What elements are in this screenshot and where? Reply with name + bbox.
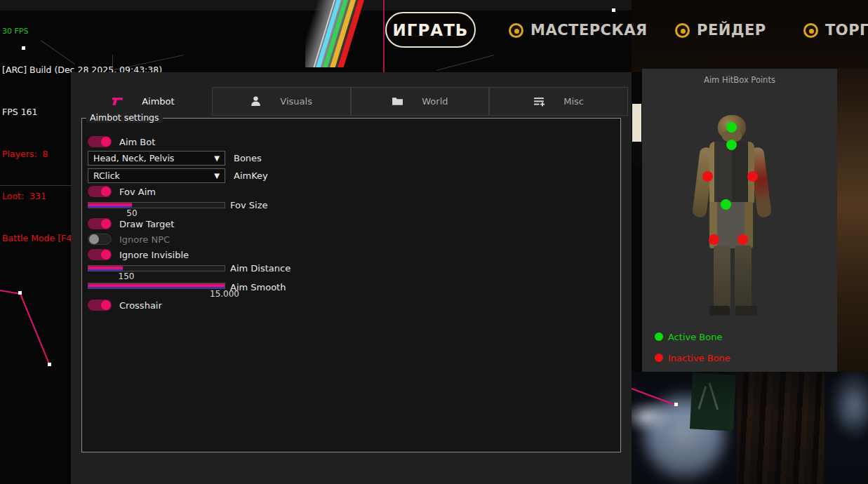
draw-target-row: Draw Target	[88, 217, 174, 230]
group-title: Aimbot settings	[86, 112, 163, 123]
toggle-knob	[101, 250, 111, 260]
menu-item-trade[interactable]: ТОРГО	[803, 20, 868, 40]
cheat-menu-panel: Aimbot Visuals World Misc	[71, 72, 632, 484]
ignore-npc-row: Ignore NPC	[88, 233, 170, 246]
ignore-npc-label: Ignore NPC	[119, 234, 170, 245]
fov-size-value: 50	[111, 208, 153, 218]
aim-bot-toggle[interactable]	[88, 136, 112, 147]
background-pillar-sliver	[632, 104, 641, 142]
person-icon	[250, 95, 262, 107]
tab-bar: Aimbot Visuals World Misc	[74, 87, 628, 116]
fov-aim-row: Fov Aim	[88, 185, 156, 198]
pistol-icon	[112, 95, 123, 107]
aim-bot-row: Aim Bot	[88, 135, 155, 148]
aimkey-dropdown-value: RClick	[93, 170, 120, 181]
esp-node	[612, 8, 615, 12]
draw-target-toggle[interactable]	[88, 218, 112, 229]
hitbox-point-pelvis[interactable]	[721, 199, 731, 210]
soldier-torso	[709, 142, 754, 203]
soldier-right-boot	[735, 306, 757, 316]
rainbow-stripes-decoration	[305, 0, 386, 67]
hitbox-point-right-shoulder[interactable]	[747, 171, 758, 182]
sliders-plus-icon	[533, 95, 545, 107]
fov-size-slider-fill	[88, 203, 132, 208]
menu-item-workshop[interactable]: МАСТЕРСКАЯ	[509, 20, 648, 40]
toggle-knob	[101, 137, 111, 147]
tab-label: World	[422, 96, 448, 107]
background-pillar-sliver-dark	[632, 142, 641, 166]
tab-visuals[interactable]: Visuals	[212, 87, 351, 116]
soldier-right-leg	[735, 246, 752, 310]
toggle-knob	[101, 187, 111, 196]
crosshair-toggle[interactable]	[88, 300, 112, 311]
hitbox-point-head[interactable]	[726, 122, 737, 133]
aim-smooth-slider[interactable]	[88, 283, 225, 289]
aimkey-row: RClick ▼ AimKey	[88, 168, 268, 183]
ignore-npc-toggle[interactable]	[88, 234, 112, 245]
fov-size-label: Fov Size	[230, 200, 267, 210]
fov-aim-label: Fov Aim	[119, 187, 156, 197]
menu-item-label: РЕЙДЕР	[697, 22, 766, 39]
aim-smooth-label: Aim Smooth	[230, 282, 286, 293]
crimson-vertical-line	[383, 0, 385, 72]
green-dot-icon	[655, 332, 663, 341]
chevron-down-icon: ▼	[214, 154, 220, 162]
hitbox-point-neck[interactable]	[726, 140, 737, 150]
legend-label: Inactive Bone	[668, 353, 730, 363]
bones-dropdown-value: Head, Neck, Pelvis	[93, 153, 174, 163]
background-rock-strip	[837, 69, 868, 372]
aim-distance-label: Aim Distance	[230, 263, 291, 274]
legend-inactive-bone: Inactive Bone	[655, 353, 730, 363]
fov-size-slider[interactable]	[88, 202, 225, 208]
game-screen: 30 FPS [ARC] Build (Dec 28 2025, 09:43:3…	[0, 0, 868, 484]
fov-aim-toggle[interactable]	[88, 186, 112, 197]
tab-label: Misc	[563, 96, 584, 107]
aim-distance-slider[interactable]	[88, 265, 225, 271]
background-street-scene	[632, 372, 868, 484]
crosshair-label: Crosshair	[119, 300, 162, 311]
red-dot-icon	[655, 354, 663, 362]
hitbox-panel-title: Aim HitBox Points	[642, 75, 837, 85]
legend-label: Active Bone	[668, 332, 722, 342]
background-shade	[632, 372, 868, 484]
crosshair-row: Crosshair	[88, 299, 162, 311]
bones-label: Bones	[234, 153, 262, 163]
tab-label: Aimbot	[142, 96, 174, 107]
menu-item-label: ТОРГО	[825, 22, 868, 39]
menu-item-raider[interactable]: РЕЙДЕР	[675, 20, 766, 40]
esp-node	[18, 291, 22, 295]
tab-misc[interactable]: Misc	[489, 87, 628, 116]
toggle-knob	[101, 300, 111, 310]
aim-distance-value: 150	[105, 271, 147, 281]
tab-aimbot[interactable]: Aimbot	[74, 87, 212, 116]
hitbox-point-left-shoulder[interactable]	[702, 171, 713, 182]
esp-line	[20, 294, 51, 365]
legend-active-bone: Active Bone	[655, 332, 722, 342]
tab-label: Visuals	[280, 96, 312, 107]
coin-icon	[803, 23, 818, 38]
ignore-invisible-row: Ignore Invisible	[88, 248, 189, 261]
aim-hitbox-panel: Aim HitBox Points Active Bone Inactive B…	[642, 69, 837, 372]
play-button[interactable]: ИГРАТЬ	[385, 12, 476, 48]
wireframe-line	[436, 55, 494, 71]
menu-item-label: МАСТЕРСКАЯ	[530, 22, 648, 39]
coin-icon	[509, 23, 523, 38]
aimkey-dropdown[interactable]: RClick ▼	[88, 168, 225, 183]
tab-world[interactable]: World	[351, 87, 490, 116]
soldier-left-boot	[709, 306, 730, 316]
folder-icon	[392, 95, 403, 107]
hitbox-point-left-knee[interactable]	[709, 234, 719, 245]
aim-smooth-slider-fill	[88, 283, 225, 288]
coin-icon	[675, 23, 690, 38]
ignore-invisible-label: Ignore Invisible	[119, 250, 189, 260]
hud-fps-overlay: 30 FPS	[2, 28, 162, 35]
hitbox-point-right-knee[interactable]	[737, 234, 748, 245]
bones-row: Head, Neck, Pelvis ▼ Bones	[88, 151, 262, 166]
toggle-knob	[89, 234, 99, 244]
bones-dropdown[interactable]: Head, Neck, Pelvis ▼	[88, 151, 225, 166]
chevron-down-icon: ▼	[214, 172, 220, 180]
esp-node	[48, 363, 51, 366]
aim-bot-label: Aim Bot	[119, 137, 155, 147]
ignore-invisible-toggle[interactable]	[88, 249, 112, 260]
toggle-knob	[101, 219, 111, 229]
